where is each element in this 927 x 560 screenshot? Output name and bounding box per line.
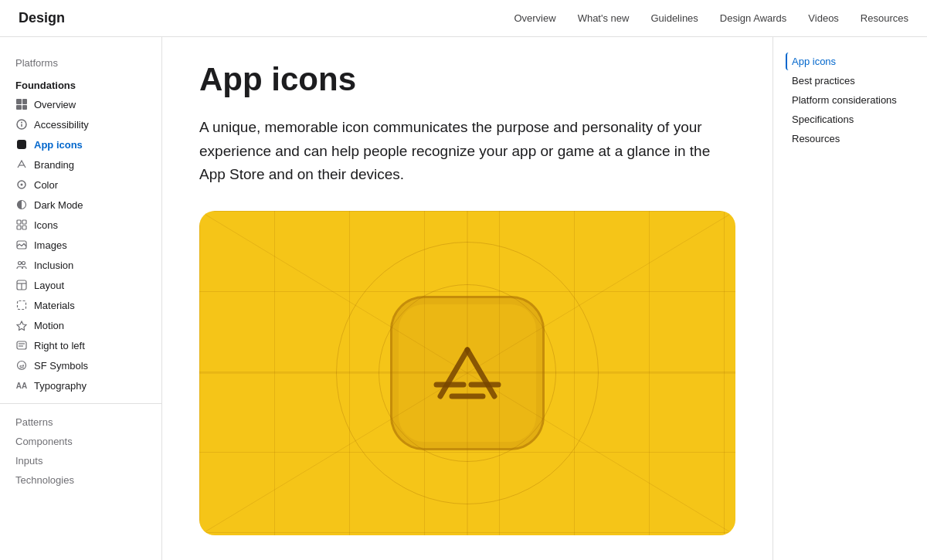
sidebar-accessibility-label: Accessibility <box>34 119 89 131</box>
sidebar-item-inclusion[interactable]: Inclusion <box>0 255 161 275</box>
sidebar-item-branding[interactable]: Branding <box>0 154 161 175</box>
sidebar-typography-label: Typography <box>34 380 87 392</box>
sidebar-item-accessibility[interactable]: Accessibility <box>0 114 161 134</box>
sidebar-motion-label: Motion <box>34 320 64 331</box>
svg-rect-19 <box>17 341 26 349</box>
svg-marker-18 <box>17 321 26 331</box>
app-store-icon-graphic <box>390 296 545 450</box>
sidebar-sf-symbols-label: SF Symbols <box>34 360 88 372</box>
typography-icon: AA <box>15 379 28 392</box>
icons-nav-icon <box>15 219 28 231</box>
sidebar-divider-1 <box>0 403 161 404</box>
sidebar-patterns-label: Patterns <box>0 412 161 431</box>
svg-point-5 <box>21 184 23 186</box>
sidebar-item-layout[interactable]: Layout <box>0 275 161 295</box>
dark-mode-icon <box>15 199 28 211</box>
sf-symbols-icon: sf <box>15 359 28 372</box>
toc-app-icons[interactable]: App icons <box>786 53 915 70</box>
grid-icon <box>15 98 28 110</box>
svg-rect-8 <box>22 220 26 224</box>
svg-rect-10 <box>22 226 26 229</box>
nav-link-design-awards[interactable]: Design Awards <box>720 12 786 24</box>
images-icon <box>15 239 28 251</box>
accessibility-icon <box>15 118 28 131</box>
sidebar-components-label: Components <box>0 431 161 450</box>
layout-icon <box>15 279 28 291</box>
toc-platform-considerations[interactable]: Platform considerations <box>786 91 915 109</box>
nav-link-whats-new[interactable]: What's new <box>578 12 630 24</box>
hero-image <box>199 211 735 535</box>
nav-links: Overview What's new Guidelines Design Aw… <box>514 12 908 24</box>
sidebar-item-motion[interactable]: Motion <box>0 315 161 335</box>
nav-link-overview[interactable]: Overview <box>514 12 555 24</box>
sidebar-images-label: Images <box>34 239 67 251</box>
sidebar-item-typography[interactable]: AA Typography <box>0 375 161 395</box>
toc-resources[interactable]: Resources <box>786 130 915 148</box>
sidebar-app-icons-label: App icons <box>34 139 83 151</box>
inclusion-icon <box>15 259 28 271</box>
svg-rect-9 <box>17 226 21 229</box>
sidebar-item-sf-symbols[interactable]: sf SF Symbols <box>0 355 161 375</box>
sidebar-item-app-icons[interactable]: App icons <box>0 134 161 154</box>
sidebar-inputs-label: Inputs <box>0 450 161 470</box>
sidebar-materials-label: Materials <box>34 300 75 311</box>
sidebar-icons-label: Icons <box>34 219 58 231</box>
sidebar-item-materials[interactable]: Materials <box>0 295 161 315</box>
sidebar-platforms-label: Platforms <box>0 53 161 72</box>
sidebar-color-label: Color <box>34 179 58 191</box>
svg-rect-7 <box>17 220 21 224</box>
sidebar-overview-label: Overview <box>34 99 76 110</box>
svg-point-1 <box>21 122 22 124</box>
sidebar-layout-label: Layout <box>34 280 64 291</box>
rtl-icon <box>15 339 28 351</box>
motion-icon <box>15 319 28 331</box>
brand-logo[interactable]: Design <box>19 10 65 26</box>
sidebar-inclusion-label: Inclusion <box>34 260 73 271</box>
sidebar-foundations-header: Foundations <box>0 72 161 94</box>
top-navigation: Design Overview What's new Guidelines De… <box>0 0 927 37</box>
right-sidebar-toc: App icons Best practices Platform consid… <box>772 37 927 560</box>
page-intro: A unique, memorable icon communicates th… <box>199 116 735 186</box>
sidebar-item-dark-mode[interactable]: Dark Mode <box>0 195 161 215</box>
sidebar-item-color[interactable]: Color <box>0 175 161 195</box>
sidebar-item-right-to-left[interactable]: Right to left <box>0 335 161 355</box>
color-icon <box>15 178 28 191</box>
page-layout: Platforms Foundations Overview Accessi <box>0 37 927 560</box>
left-sidebar: Platforms Foundations Overview Accessi <box>0 37 162 560</box>
sidebar-item-icons[interactable]: Icons <box>0 215 161 235</box>
materials-icon <box>15 299 28 311</box>
nav-link-videos[interactable]: Videos <box>808 12 839 24</box>
branding-icon <box>15 158 28 171</box>
sidebar-technologies-label: Technologies <box>0 470 161 489</box>
nav-link-guidelines[interactable]: Guidelines <box>650 12 698 24</box>
main-content: App icons A unique, memorable icon commu… <box>162 37 772 560</box>
sidebar-item-overview[interactable]: Overview <box>0 94 161 114</box>
page-title: App icons <box>199 62 735 97</box>
sidebar-item-images[interactable]: Images <box>0 235 161 255</box>
app-store-symbol <box>421 327 514 419</box>
svg-line-27 <box>467 350 494 396</box>
svg-point-12 <box>19 262 22 265</box>
svg-rect-17 <box>18 301 26 310</box>
svg-point-13 <box>22 262 25 265</box>
svg-text:sf: sf <box>19 364 25 369</box>
sidebar-dark-mode-label: Dark Mode <box>34 199 83 211</box>
toc-best-practices[interactable]: Best practices <box>786 72 915 90</box>
nav-link-resources[interactable]: Resources <box>861 12 908 24</box>
toc-specifications[interactable]: Specifications <box>786 110 915 128</box>
svg-line-26 <box>440 350 467 396</box>
app-icons-nav-icon <box>15 138 28 151</box>
sidebar-rtl-label: Right to left <box>34 340 85 351</box>
sidebar-branding-label: Branding <box>34 159 74 171</box>
